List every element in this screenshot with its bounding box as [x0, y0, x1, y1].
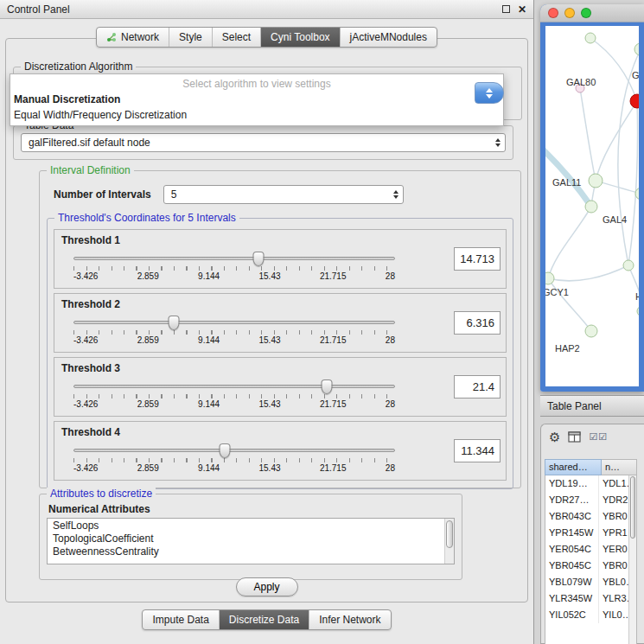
- scale-tick-label: -3.426: [73, 335, 98, 345]
- network-graph: GAL80 GA GAL11 GAL4 GCY1 HAP2 H: [545, 26, 639, 386]
- tab-select[interactable]: Select: [213, 28, 261, 47]
- cell-name[interactable]: YDR2…: [599, 492, 628, 508]
- node-label: GAL80: [566, 77, 596, 87]
- cell-name[interactable]: YIL0…: [599, 607, 628, 623]
- list-item[interactable]: SelfLoops: [48, 519, 443, 532]
- scrollbar-thumb[interactable]: [446, 520, 453, 548]
- slider-scale: -3.426 2.859 9.144 15.43 21.715 28: [73, 335, 395, 345]
- table-scrollbar[interactable]: [628, 475, 636, 644]
- number-of-intervals-combobox[interactable]: 5: [163, 185, 404, 204]
- network-node[interactable]: [634, 43, 639, 55]
- cell-name[interactable]: YDL1…: [599, 475, 628, 492]
- threshold-1-slider-thumb[interactable]: [253, 252, 265, 266]
- tab-discretize-data[interactable]: Discretize Data: [220, 610, 309, 629]
- network-view-window[interactable]: GAL80 GA GAL11 GAL4 GCY1 HAP2 H: [540, 4, 644, 392]
- threshold-3-slider[interactable]: [73, 385, 395, 388]
- network-window-titlebar[interactable]: [540, 4, 644, 22]
- tab-infer-network[interactable]: Infer Network: [309, 610, 390, 629]
- select-all-checkbox-icon[interactable]: ☑☑: [589, 432, 608, 442]
- scale-tick-label: 21.715: [320, 399, 347, 409]
- table-panel-header[interactable]: Table Panel: [540, 395, 644, 417]
- attributes-scrollbar[interactable]: [444, 519, 454, 564]
- cell-shared-name[interactable]: YDR27…: [545, 492, 599, 508]
- network-node[interactable]: [585, 33, 596, 43]
- network-node[interactable]: [585, 201, 597, 213]
- column-header-name[interactable]: n…: [602, 459, 637, 475]
- control-panel-window: Control Panel ✕ Network Style Select: [0, 0, 534, 644]
- algorithm-combobox[interactable]: [475, 82, 504, 104]
- threshold-1-label: Threshold 1: [61, 234, 499, 246]
- scale-tick-label: 2.859: [137, 399, 159, 409]
- cell-shared-name[interactable]: YBR045C: [545, 558, 599, 574]
- scale-tick-label: -3.426: [73, 399, 98, 409]
- tab-jactivemnodules[interactable]: jActiveMNodules: [341, 28, 437, 47]
- threshold-4-slider[interactable]: [73, 449, 395, 452]
- cell-shared-name[interactable]: YIL052C: [545, 607, 599, 623]
- network-node[interactable]: [585, 325, 597, 337]
- cell-name[interactable]: YBL0…: [599, 574, 628, 590]
- table-row[interactable]: YIL052C YIL0…: [545, 607, 628, 623]
- table-row[interactable]: YDR27… YDR2…: [545, 492, 628, 508]
- cell-shared-name[interactable]: YBR043C: [545, 508, 599, 525]
- table-data-combobox[interactable]: galFiltered.sif default node: [21, 133, 506, 152]
- tab-impute-data[interactable]: Impute Data: [143, 610, 219, 629]
- gear-icon[interactable]: ⚙: [549, 430, 560, 443]
- close-icon[interactable]: ✕: [518, 4, 526, 15]
- network-node[interactable]: [623, 260, 634, 271]
- tab-network[interactable]: Network: [97, 28, 169, 47]
- dropdown-option-equal-width[interactable]: Equal Width/Frequency Discretization: [10, 107, 503, 125]
- cell-name[interactable]: YBR0…: [599, 558, 628, 574]
- table-row[interactable]: YLR345W YLR3…: [545, 590, 628, 607]
- column-header-shared-name[interactable]: shared…: [545, 459, 602, 475]
- titlebar[interactable]: Control Panel ✕: [0, 0, 533, 19]
- threshold-4-slider-thumb[interactable]: [219, 443, 230, 458]
- threshold-3-value-field[interactable]: 21.4: [454, 375, 501, 399]
- dropdown-option-manual[interactable]: Manual Discretization: [10, 92, 503, 107]
- cell-shared-name[interactable]: YDL19…: [545, 475, 599, 492]
- cell-name[interactable]: YPR1…: [599, 525, 628, 541]
- threshold-4-value-field[interactable]: 11.344: [454, 439, 501, 462]
- columns-icon[interactable]: [568, 431, 581, 443]
- network-node[interactable]: [637, 306, 639, 316]
- table-row[interactable]: YDL19… YDL1…: [545, 475, 628, 492]
- zoom-traffic-light-icon[interactable]: [581, 8, 591, 18]
- network-node[interactable]: [589, 174, 603, 188]
- cell-name[interactable]: YLR3…: [599, 590, 628, 607]
- threshold-2-value-field[interactable]: 6.316: [454, 311, 501, 335]
- network-node[interactable]: [545, 272, 554, 284]
- thresholds-group: Threshold's Coordinates for 5 Intervals …: [47, 218, 513, 489]
- table-row[interactable]: YER054C YER0…: [545, 541, 628, 558]
- cell-name[interactable]: YBR0…: [599, 508, 628, 525]
- combo-arrows-icon: [393, 190, 399, 199]
- cell-shared-name[interactable]: YLR345W: [545, 590, 599, 607]
- scrollbar-thumb[interactable]: [630, 476, 635, 539]
- tab-select-label: Select: [222, 31, 251, 43]
- cell-name[interactable]: YER0…: [599, 541, 628, 558]
- table-row[interactable]: YBR045C YBR0…: [545, 558, 628, 574]
- network-canvas[interactable]: GAL80 GA GAL11 GAL4 GCY1 HAP2 H: [540, 22, 644, 392]
- threshold-1-slider[interactable]: [73, 257, 395, 260]
- threshold-1-value-field[interactable]: 14.713: [454, 247, 501, 271]
- list-item[interactable]: TopologicalCoefficient: [48, 532, 443, 545]
- minimize-traffic-light-icon[interactable]: [564, 8, 575, 18]
- threshold-2-slider[interactable]: [73, 321, 395, 324]
- cell-shared-name[interactable]: YBL079W: [545, 574, 599, 590]
- tab-style[interactable]: Style: [169, 28, 213, 47]
- table-row[interactable]: YBL079W YBL0…: [545, 574, 628, 590]
- tab-cyni-toolbox[interactable]: Cyni Toolbox: [261, 28, 340, 47]
- table-row[interactable]: YPR145W YPR1…: [545, 525, 628, 541]
- scale-tick-label: 2.859: [137, 335, 159, 345]
- table-row[interactable]: YBR043C YBR0…: [545, 508, 628, 525]
- threshold-3-slider-thumb[interactable]: [322, 379, 333, 394]
- threshold-2-slider-thumb[interactable]: [168, 316, 179, 330]
- selected-network-node[interactable]: [630, 94, 639, 108]
- apply-button[interactable]: Apply: [235, 577, 297, 596]
- node-label: GAL4: [603, 214, 627, 225]
- float-window-icon[interactable]: [502, 5, 510, 13]
- cell-shared-name[interactable]: YPR145W: [545, 525, 599, 541]
- close-traffic-light-icon[interactable]: [548, 8, 558, 18]
- node-label: H: [635, 291, 639, 302]
- cell-shared-name[interactable]: YER054C: [545, 541, 599, 558]
- list-item[interactable]: BetweennessCentrality: [48, 545, 443, 558]
- attributes-list[interactable]: SelfLoops TopologicalCoefficient Between…: [47, 518, 455, 564]
